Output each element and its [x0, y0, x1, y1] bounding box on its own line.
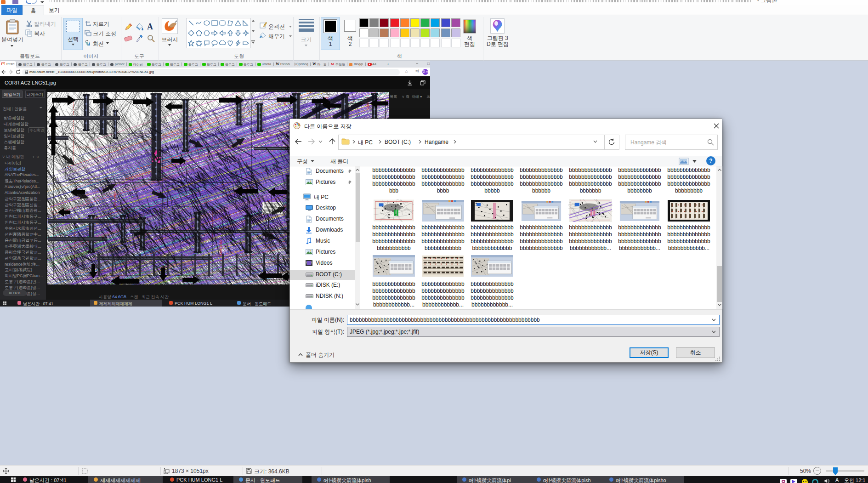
- svg-text:150: 150: [284, 101, 287, 107]
